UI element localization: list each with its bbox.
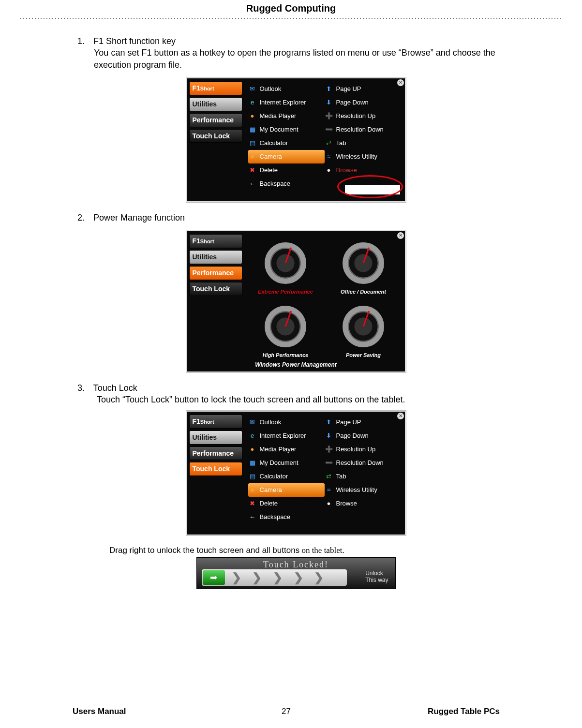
pagedown-icon: ⬇ (325, 431, 333, 440)
wireless-icon: ≈ (325, 486, 333, 494)
gauge-high[interactable]: High Performance (248, 298, 323, 359)
arrow-right-icon: ➡ (210, 572, 217, 583)
shortcut-mydocument[interactable]: ▦My Document (248, 456, 325, 470)
delete-icon: ✖ (248, 166, 257, 175)
shortcut-resdown[interactable]: ➖Resolution Down (325, 123, 401, 136)
item1-title: F1 Short function key (93, 36, 176, 46)
tab-utilities[interactable]: Utilities (189, 250, 242, 264)
shortcut-tab[interactable]: ⇄Tab (325, 470, 401, 483)
gauge-office[interactable]: Office / Document (326, 235, 401, 296)
shortcut-tab[interactable]: ⇄Tab (325, 136, 401, 150)
shortcut-pageup[interactable]: ⬆Page UP (325, 416, 401, 429)
mediaplayer-icon: ● (248, 445, 257, 454)
shortcut-backspace[interactable]: ←Backspace (248, 177, 325, 191)
shortcut-browse[interactable]: ●Browse (325, 497, 401, 510)
tab-f1short[interactable]: F1Short (189, 234, 242, 248)
tab-touchlock[interactable]: Touch Lock (189, 462, 242, 476)
tab-performance[interactable]: Performance (189, 113, 242, 127)
shortcut-mediaplayer[interactable]: ●Media Player (248, 443, 325, 456)
item3-title: Touch Lock (93, 383, 137, 393)
tab-utilities[interactable]: Utilities (189, 97, 242, 111)
backspace-icon: ← (248, 179, 257, 188)
mediaplayer-icon: ● (248, 112, 257, 120)
highlight-ellipse (337, 175, 403, 198)
wireless-icon: ≈ (325, 152, 333, 161)
shortcut-calculator[interactable]: ▤Calculator (248, 470, 325, 483)
camera-icon: ■ (248, 152, 257, 161)
drag-note-a: Drag right to unlock the touch screen an… (109, 546, 299, 555)
browse-icon: ● (325, 166, 333, 175)
backspace-icon: ← (248, 513, 257, 521)
resdown-icon: ➖ (325, 459, 333, 467)
shortcut-outlook[interactable]: ✉Outlook (248, 82, 325, 96)
shortcut-resup[interactable]: ➕Resolution Up (325, 109, 401, 123)
calculator-icon: ▤ (248, 139, 257, 148)
shortcut-pagedown[interactable]: ⬇Page Down (325, 429, 401, 443)
tab-f1short[interactable]: F1Short (189, 81, 242, 95)
ie-icon: e (248, 98, 257, 107)
unlock-slider[interactable]: ➡ ❯ ❯ ❯ ❯ ❯ (202, 569, 347, 586)
touchlock-panel: ✕ F1Short Utilities Performance Touch Lo… (186, 411, 406, 535)
gauge-extreme[interactable]: Extreme Performance (248, 235, 323, 296)
tab-performance[interactable]: Performance (189, 266, 242, 280)
touch-locked-title: Touch Locked! (197, 559, 395, 570)
outlook-icon: ✉ (248, 418, 257, 427)
shortcut-mediaplayer[interactable]: ●Media Player (248, 109, 325, 123)
shortcut-wireless[interactable]: ≈Wireless Utility (325, 483, 401, 497)
tab-icon: ⇄ (325, 139, 333, 148)
delete-icon: ✖ (248, 499, 257, 508)
footer-page-number: 27 (73, 707, 500, 716)
shortcut-calculator[interactable]: ▤Calculator (248, 136, 325, 150)
resup-icon: ➕ (325, 112, 333, 120)
mydocument-icon: ▦ (248, 459, 257, 467)
tab-f1short[interactable]: F1Short (189, 415, 242, 429)
shortcut-camera[interactable]: ■Camera (248, 483, 325, 497)
resup-icon: ➕ (325, 445, 333, 454)
resdown-icon: ➖ (325, 125, 333, 134)
chevron-right-icon: ❯ ❯ ❯ ❯ ❯ (232, 570, 328, 585)
item1-description: You can set F1 button as a hotkey to ope… (77, 47, 514, 71)
browse-icon: ● (325, 499, 333, 508)
f1short-panel: ✕ F1Short Utilities Performance Touch Lo… (186, 77, 406, 202)
tab-icon: ⇄ (325, 472, 333, 481)
shortcut-resdown[interactable]: ➖Resolution Down (325, 456, 401, 470)
pageup-icon: ⬆ (325, 85, 333, 93)
gauge-saving[interactable]: Power Saving (326, 298, 401, 359)
shortcut-ie[interactable]: eInternet Explorer (248, 96, 325, 109)
shortcut-outlook[interactable]: ✉Outlook (248, 416, 325, 429)
shortcut-delete[interactable]: ✖Delete (248, 163, 325, 177)
shortcut-pageup[interactable]: ⬆Page UP (325, 82, 401, 96)
item1-number: 1. (77, 35, 91, 47)
shortcut-pagedown[interactable]: ⬇Page Down (325, 96, 401, 109)
shortcut-camera[interactable]: ■Camera (248, 150, 325, 163)
shortcut-resup[interactable]: ➕Resolution Up (325, 443, 401, 456)
shortcut-wireless[interactable]: ≈Wireless Utility (325, 150, 401, 163)
performance-panel: ✕ F1Short Utilities Performance Touch Lo… (186, 230, 406, 372)
shortcut-mydocument[interactable]: ▦My Document (248, 123, 325, 136)
tab-touchlock[interactable]: Touch Lock (189, 129, 242, 143)
pageup-icon: ⬆ (325, 418, 333, 427)
tab-utilities[interactable]: Utilities (189, 431, 242, 445)
page-header-title: Rugged Computing (19, 0, 563, 14)
pagedown-icon: ⬇ (325, 98, 333, 107)
item2-title: Power Manage function (93, 213, 185, 223)
drag-note-b: on the tablet. (299, 546, 344, 555)
shortcut-ie[interactable]: eInternet Explorer (248, 429, 325, 443)
item3-description: Touch “Touch Lock” button to lock the to… (77, 394, 514, 405)
touch-locked-bar: Touch Locked! ➡ ❯ ❯ ❯ ❯ ❯ Unlock This wa… (196, 557, 396, 589)
unlock-hint: Unlock This way (365, 570, 388, 584)
camera-icon: ■ (248, 486, 257, 494)
item3-number: 3. (77, 382, 91, 394)
calculator-icon: ▤ (248, 472, 257, 481)
slider-knob[interactable]: ➡ (203, 570, 225, 585)
outlook-icon: ✉ (248, 85, 257, 93)
ie-icon: e (248, 431, 257, 440)
tab-performance[interactable]: Performance (189, 446, 242, 461)
header-divider (19, 17, 563, 21)
shortcut-column-left: ✉Outlook eInternet Explorer ●Media Playe… (248, 82, 325, 197)
item2-number: 2. (77, 212, 91, 223)
shortcut-delete[interactable]: ✖Delete (248, 497, 325, 510)
power-management-label: Windows Power Management (187, 361, 405, 369)
shortcut-backspace[interactable]: ←Backspace (248, 510, 325, 524)
tab-touchlock[interactable]: Touch Lock (189, 282, 242, 296)
